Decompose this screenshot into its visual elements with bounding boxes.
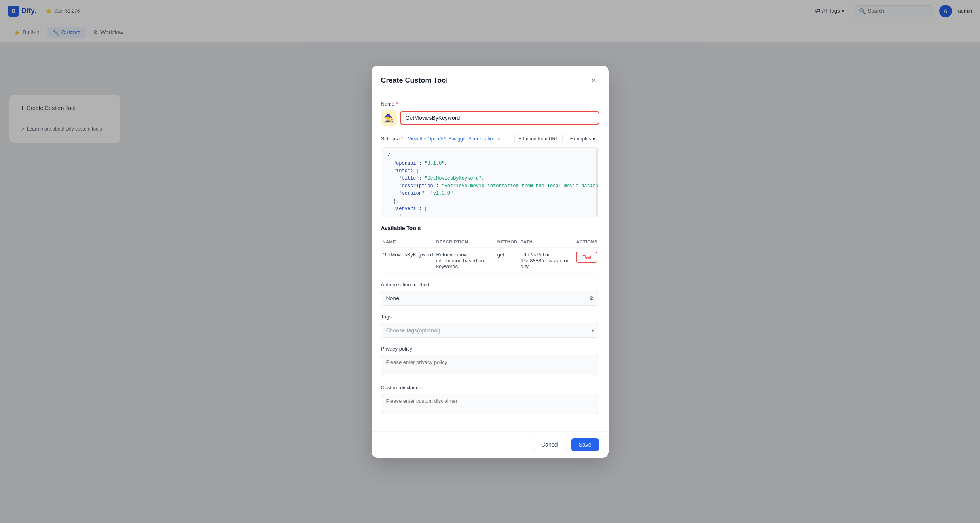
tags-field-group: Tags Choose tags(optional) ▾ (381, 314, 599, 338)
tool-path: http://<Public IP>:8888/new-api-for-dify (519, 247, 575, 273)
name-row: 🧙 (381, 110, 599, 126)
auth-label: Authorization method (381, 282, 599, 288)
schema-content[interactable]: { "openapi": "3.1.0", "info": { "title":… (381, 148, 599, 217)
name-label: Name * (381, 101, 599, 107)
import-url-button[interactable]: + Import from URL (514, 134, 563, 144)
tool-description: Retrieve movie information based on keyw… (434, 247, 495, 273)
tool-action: Test (574, 247, 599, 273)
schema-label-row: Schema * View the OpenAPI-Swagger Specif… (381, 134, 599, 144)
tool-name: GetMoviesByKeyword (381, 247, 435, 273)
cancel-button[interactable]: Cancel (533, 438, 567, 451)
disclaimer-textarea[interactable] (381, 394, 599, 414)
name-required: * (396, 101, 398, 107)
modal-header: Create Custom Tool ✕ (372, 66, 609, 93)
schema-required: * (401, 136, 403, 142)
auth-value: None (386, 295, 589, 301)
schema-scrollbar (596, 148, 598, 216)
name-input[interactable] (400, 111, 599, 125)
tools-table-header: NAME DESCRIPTION METHOD PATH ACTIONS (381, 236, 599, 248)
examples-button[interactable]: Examples ▾ (566, 134, 599, 144)
modal-body: Name * 🧙 Schema * (372, 93, 609, 431)
save-button[interactable]: Save (571, 438, 599, 451)
chevron-down-icon: ▾ (591, 327, 594, 334)
modal-title: Create Custom Tool (381, 76, 448, 85)
tool-emoji: 🧙 (384, 113, 394, 123)
tools-table-body: GetMoviesByKeyword Retrieve movie inform… (381, 247, 599, 273)
auth-field-group: Authorization method None ⚙ (381, 282, 599, 306)
tool-method: get (496, 247, 519, 273)
schema-label: Schema * (381, 136, 404, 142)
create-custom-tool-modal: Create Custom Tool ✕ Name * 🧙 (372, 66, 609, 458)
schema-field-group: Schema * View the OpenAPI-Swagger Specif… (381, 134, 599, 217)
disclaimer-field-group: Custom disclaimer (381, 385, 599, 415)
external-link-icon: ↗ (497, 136, 500, 142)
col-path: PATH (519, 236, 575, 248)
col-actions: ACTIONS (574, 236, 599, 248)
schema-actions: + Import from URL Examples ▾ (514, 134, 599, 144)
col-method: METHOD (496, 236, 519, 248)
gear-icon: ⚙ (589, 295, 594, 301)
tools-table: NAME DESCRIPTION METHOD PATH ACTIONS Get… (381, 236, 599, 274)
test-button[interactable]: Test (576, 252, 597, 263)
modal-close-button[interactable]: ✕ (588, 75, 599, 86)
modal-overlay: Create Custom Tool ✕ Name * 🧙 (0, 0, 980, 523)
chevron-down-icon: ▾ (593, 136, 595, 142)
tags-label: Tags (381, 314, 599, 320)
table-row: GetMoviesByKeyword Retrieve movie inform… (381, 247, 599, 273)
tool-icon[interactable]: 🧙 (381, 110, 397, 126)
disclaimer-label: Custom disclaimer (381, 385, 599, 390)
modal-footer: Cancel Save (372, 431, 609, 458)
plus-icon: + (519, 136, 521, 142)
auth-select[interactable]: None ⚙ (381, 291, 599, 306)
privacy-field-group: Privacy policy (381, 346, 599, 377)
name-field-group: Name * 🧙 (381, 101, 599, 126)
openapi-spec-link[interactable]: View the OpenAPI-Swagger Specification ↗ (408, 136, 500, 142)
tags-select[interactable]: Choose tags(optional) ▾ (381, 323, 599, 338)
tags-placeholder: Choose tags(optional) (386, 327, 591, 334)
privacy-textarea[interactable] (381, 355, 599, 375)
col-name: NAME (381, 236, 435, 248)
schema-editor[interactable]: { "openapi": "3.1.0", "info": { "title":… (381, 147, 599, 217)
available-tools-section: Available Tools NAME DESCRIPTION METHOD … (381, 225, 599, 274)
privacy-label: Privacy policy (381, 346, 599, 352)
col-description: DESCRIPTION (434, 236, 495, 248)
available-tools-title: Available Tools (381, 225, 599, 231)
